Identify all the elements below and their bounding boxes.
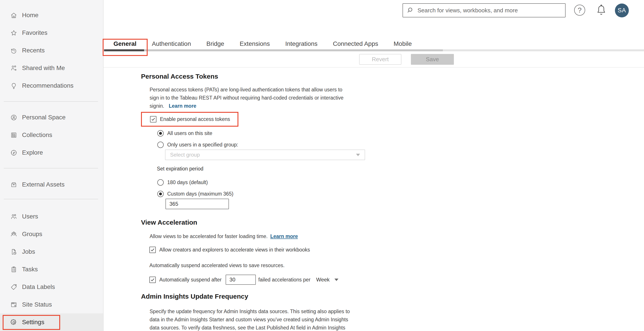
sidebar-item-label: Jobs [22, 248, 35, 255]
document-clock-icon [10, 248, 18, 256]
all-users-label[interactable]: All users on this site [167, 130, 212, 136]
tableau-site-settings-page: Home Favorites Recents Shared with Me Re… [0, 0, 644, 331]
sidebar-item-recents[interactable]: Recents [0, 42, 103, 59]
tab-extensions[interactable]: Extensions [240, 40, 270, 47]
sidebar-item-label: Settings [22, 319, 44, 326]
sidebar-item-settings[interactable]: Settings [0, 313, 103, 331]
settings-tab-bar: General Authentication Bridge Extensions… [114, 40, 412, 47]
pat-learn-more-link[interactable]: Learn more [169, 103, 196, 109]
tab-bridge[interactable]: Bridge [206, 40, 224, 47]
person-circle-icon [10, 114, 18, 121]
allow-accelerate-checkbox[interactable] [150, 247, 156, 253]
days-180-radio[interactable] [157, 179, 164, 186]
allow-accelerate-label[interactable]: Allow creators and explorers to accelera… [159, 247, 310, 253]
auto-suspend-suffix-label: failed accelerations per [258, 277, 311, 283]
section-title-view-acceleration: View Acceleration [141, 219, 197, 226]
sidebar-item-external-assets[interactable]: External Assets [0, 176, 103, 193]
help-button[interactable]: ? [574, 5, 585, 16]
va-description: Allow views to be accelerated for faster… [150, 233, 298, 239]
sidebar-item-shared-with-me[interactable]: Shared with Me [0, 59, 103, 77]
custom-days-radio[interactable] [157, 191, 164, 197]
home-icon [10, 12, 18, 19]
pat-scope-all-users-row: All users on this site [157, 130, 212, 137]
drawer-icon [10, 181, 18, 188]
sidebar-item-explore[interactable]: Explore [0, 144, 103, 161]
sidebar-item-home[interactable]: Home [0, 6, 103, 24]
auto-suspend-prefix-label: Automatically suspend after [159, 277, 222, 283]
check-icon [150, 247, 155, 252]
tab-integrations[interactable]: Integrations [285, 40, 318, 47]
revert-button[interactable]: Revert [359, 54, 402, 65]
days-180-label[interactable]: 180 days (default) [167, 179, 208, 185]
user-avatar[interactable]: SA [615, 3, 629, 17]
sidebar-divider [4, 199, 98, 199]
sidebar-item-favorites[interactable]: Favorites [0, 24, 103, 42]
only-group-label[interactable]: Only users in a specified group: [167, 142, 238, 148]
ai-description-line: data sources. To verify data freshness, … [150, 324, 350, 331]
users-icon [10, 213, 18, 220]
sidebar-item-collections[interactable]: Collections [0, 126, 103, 144]
tab-mobile[interactable]: Mobile [394, 40, 412, 47]
enable-pat-label[interactable]: Enable personal access tokens [160, 116, 230, 122]
notifications-button[interactable] [595, 4, 608, 16]
period-select[interactable]: Week [316, 277, 330, 283]
tag-icon [10, 284, 18, 291]
save-button[interactable]: Save [411, 54, 454, 65]
sidebar-item-label: Tasks [22, 266, 38, 273]
sidebar-item-recommendations[interactable]: Recommendations [0, 77, 103, 94]
groups-icon [10, 231, 18, 238]
tab-connected-apps[interactable]: Connected Apps [333, 40, 378, 47]
shared-with-me-icon [10, 64, 18, 72]
sidebar-item-jobs[interactable]: Jobs [0, 243, 103, 261]
va-suspend-description: Automatically suspend accelerated views … [150, 263, 285, 269]
tab-general[interactable]: General [114, 40, 136, 47]
sidebar-item-label: Data Labels [22, 284, 55, 291]
notifications-bell-icon [595, 4, 608, 16]
tab-authentication[interactable]: Authentication [152, 40, 191, 47]
question-mark-glyph: ? [578, 6, 582, 14]
clipboard-icon [10, 266, 18, 273]
pat-description-line: Personal access tokens (PATs) are long-l… [150, 86, 344, 94]
expiration-period-label: Set expiration period [157, 166, 203, 172]
select-group-placeholder: Select group [170, 152, 200, 158]
sidebar-item-label: Personal Space [22, 114, 66, 121]
sidebar-item-label: Collections [22, 131, 52, 139]
only-group-radio[interactable] [157, 142, 164, 148]
sidebar-item-label: Users [22, 213, 38, 220]
sidebar-item-data-labels[interactable]: Data Labels [0, 278, 103, 296]
sidebar-item-tasks[interactable]: Tasks [0, 261, 103, 278]
failed-accelerations-input[interactable] [226, 275, 256, 285]
search-icon [406, 6, 414, 14]
search-box[interactable] [402, 3, 566, 17]
sidebar-item-groups[interactable]: Groups [0, 225, 103, 243]
auto-suspend-checkbox[interactable] [150, 277, 156, 283]
chevron-down-icon [356, 154, 360, 156]
sidebar-item-personal-space[interactable]: Personal Space [0, 109, 103, 126]
sidebar-item-label: Site Status [22, 301, 52, 308]
tab-underline-track-light [443, 49, 644, 51]
sidebar: Home Favorites Recents Shared with Me Re… [0, 0, 104, 331]
enable-pat-checkbox[interactable] [150, 116, 156, 122]
pat-description-line: signin. Learn more [150, 102, 344, 110]
chevron-down-icon[interactable] [334, 279, 338, 281]
sidebar-item-users[interactable]: Users [0, 208, 103, 225]
ai-description: Specify the update frequency for Admin I… [150, 308, 350, 331]
pat-description: Personal access tokens (PATs) are long-l… [150, 86, 344, 110]
all-users-radio[interactable] [157, 130, 164, 137]
select-group-dropdown[interactable]: Select group [165, 150, 365, 160]
custom-days-label[interactable]: Custom days (maximum 365) [167, 191, 233, 197]
section-title-admin-insights: Admin Insights Update Frequency [141, 293, 248, 300]
sidebar-item-label: Home [22, 12, 38, 19]
sidebar-item-label: External Assets [22, 181, 64, 188]
sidebar-item-label: Recommendations [22, 82, 73, 89]
sidebar-item-label: Shared with Me [22, 64, 65, 72]
expiration-custom-row: Custom days (maximum 365) [157, 191, 233, 197]
lightbulb-icon [10, 82, 18, 89]
sidebar-item-site-status[interactable]: Site Status [0, 296, 103, 313]
check-icon [151, 117, 156, 122]
toolbar-divider [104, 67, 644, 68]
gear-icon [10, 319, 18, 326]
custom-days-input[interactable] [166, 199, 229, 209]
search-input[interactable] [418, 4, 565, 17]
va-learn-more-link[interactable]: Learn more [270, 233, 298, 239]
